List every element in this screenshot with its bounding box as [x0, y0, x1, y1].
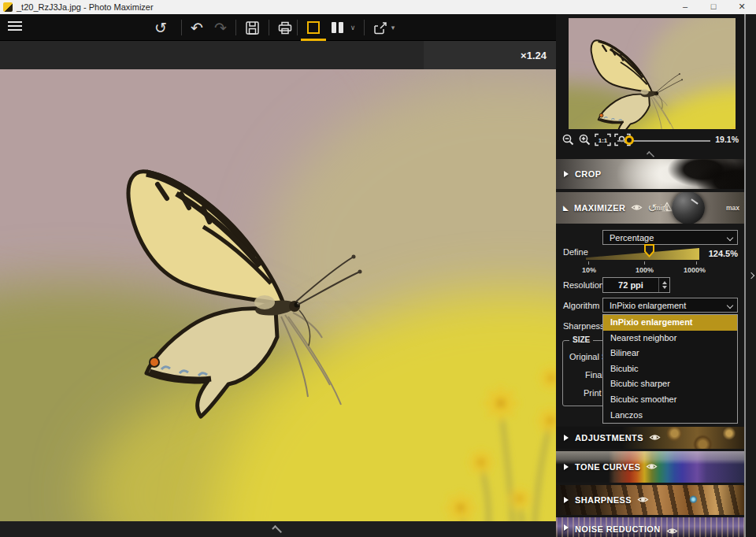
chevron-right-icon: [747, 272, 754, 279]
active-view-underline: [301, 39, 326, 41]
resolution-spinner[interactable]: 72 ppi: [602, 277, 670, 293]
dropdown-option-bicubic-smoother[interactable]: Bicubic smoother: [603, 392, 737, 408]
compare-view-icon[interactable]: [326, 17, 348, 38]
panel-sharpness[interactable]: SHARPNESS: [556, 485, 744, 515]
dropdown-option-bilinear[interactable]: Bilinear: [603, 346, 737, 361]
panel-maximizer-label: MAXIMIZER: [574, 203, 625, 213]
right-sidebar: 1:1 19.1% CROP ◣ MAXIMIZER: [556, 14, 756, 537]
zoom-in-icon[interactable]: [578, 133, 591, 150]
spin-down-icon[interactable]: [662, 286, 667, 289]
spin-up-icon[interactable]: [662, 281, 667, 284]
define-slider-track[interactable]: [586, 248, 699, 260]
chevron-up-icon: [272, 525, 282, 535]
revert-icon[interactable]: ↺: [150, 17, 172, 38]
panel-crop-label: CROP: [575, 169, 601, 179]
single-view-icon[interactable]: [302, 17, 324, 38]
size-group-label: SIZE: [569, 335, 593, 344]
preview-eye-icon[interactable]: [666, 524, 678, 537]
app-icon: [3, 2, 13, 12]
sidebar-collapse-strip[interactable]: [744, 14, 756, 537]
algorithm-label: Algorithm: [563, 301, 599, 310]
chevron-right-icon: [564, 524, 569, 531]
dropdown-option-lanczos[interactable]: Lanczos: [603, 408, 737, 424]
chevron-right-icon: [564, 497, 569, 503]
title-bar: _t20_RzJ3Ja.jpg - Photo Maximizer – □ ✕: [0, 0, 756, 14]
algorithm-select[interactable]: InPixio enlargement: [602, 298, 738, 313]
thumbnail-photo: [569, 18, 736, 129]
toolbar: ↺ ↶ ↷ ∨: [0, 14, 556, 41]
redo-icon[interactable]: ↷: [209, 17, 232, 38]
dropdown-option-bicubic[interactable]: Bicubic: [603, 361, 737, 377]
navigator-zoom-slider-handle[interactable]: [624, 135, 634, 145]
chevron-right-icon: [564, 464, 569, 470]
dropdown-option-bicubic-sharper[interactable]: Bicubic sharper: [603, 376, 737, 392]
chevron-right-icon: [564, 171, 569, 177]
preview-eye-icon[interactable]: [646, 460, 658, 474]
menu-icon[interactable]: [8, 21, 22, 33]
navigator-zoom-percent: 19.1%: [715, 135, 739, 144]
save-icon[interactable]: [241, 17, 263, 38]
panel-sharpness-label: SHARPNESS: [575, 495, 632, 505]
compare-chevron-icon[interactable]: ∨: [346, 17, 359, 38]
chevron-up-icon: [646, 151, 654, 159]
share-icon[interactable]: ▾: [370, 17, 397, 38]
panel-adjustments-label: ADJUSTMENTS: [575, 433, 643, 443]
navigator-zoom-bar: 1:1 19.1%: [556, 131, 744, 150]
panel-maximizer[interactable]: ◣ MAXIMIZER ↺ min max: [556, 192, 744, 224]
canvas-header: ×1.24: [0, 41, 556, 69]
algorithm-select-value: InPixio enlargement: [610, 301, 686, 310]
preview-eye-icon[interactable]: [631, 201, 643, 215]
preview-eye-icon[interactable]: [637, 493, 649, 507]
resolution-value: 72 ppi: [603, 278, 658, 292]
print-icon[interactable]: [274, 17, 296, 38]
preview-eye-icon[interactable]: [649, 431, 661, 445]
dropdown-option-inpixio[interactable]: InPixio enlargement: [603, 315, 737, 331]
actual-size-icon[interactable]: 1:1: [595, 133, 611, 150]
minimize-button[interactable]: –: [671, 0, 699, 14]
resolution-label: Resolution: [563, 280, 604, 290]
panel-noise-reduction-label: NOISE REDUCTION: [575, 524, 661, 534]
undo-icon[interactable]: ↶: [186, 17, 208, 38]
define-tick-1000: 1000%: [684, 266, 706, 274]
chevron-right-icon: [564, 435, 569, 441]
butterfly-photo: [0, 69, 556, 521]
define-tick-100: 100%: [636, 266, 654, 274]
knob-min-label: min: [654, 204, 666, 212]
close-button[interactable]: ✕: [728, 0, 756, 14]
size-row-final: Final: [585, 370, 604, 380]
panel-adjustments[interactable]: ADJUSTMENTS: [556, 427, 744, 449]
photo-canvas[interactable]: [0, 69, 556, 521]
panel-tone-curves[interactable]: TONE CURVES: [556, 451, 744, 483]
maximizer-knob[interactable]: [672, 192, 705, 224]
svg-text:1:1: 1:1: [598, 137, 608, 144]
size-row-print: Print: [584, 388, 602, 398]
sharpness-label: Sharpness: [563, 321, 605, 331]
zoom-factor-value: ×1.24: [521, 50, 547, 61]
editor-area: ↺ ↶ ↷ ∨: [0, 14, 556, 537]
dropdown-option-nearest[interactable]: Nearest neighbor: [603, 331, 737, 346]
triangle-open-icon: ◣: [563, 204, 569, 212]
filmstrip-collapse-bar[interactable]: [0, 521, 556, 537]
maximize-button[interactable]: □: [699, 0, 728, 14]
navigator-thumbnail[interactable]: [569, 18, 736, 129]
chevron-down-icon: [727, 235, 733, 241]
knob-max-label: max: [726, 204, 739, 212]
define-tick-10: 10%: [582, 266, 596, 274]
define-value: 124.5%: [709, 249, 738, 258]
define-label: Define: [563, 247, 588, 257]
chevron-down-icon: [727, 302, 733, 309]
spinner-arrows[interactable]: [658, 278, 669, 292]
algorithm-dropdown: InPixio enlargement Nearest neighbor Bil…: [602, 314, 738, 424]
panel-crop[interactable]: CROP: [556, 159, 744, 189]
panel-noise-reduction[interactable]: NOISE REDUCTION: [556, 517, 744, 537]
panel-tone-curves-label: TONE CURVES: [575, 462, 640, 472]
unit-select-value: Percentage: [610, 233, 654, 243]
zoom-factor-box: ×1.24: [424, 41, 556, 69]
window-title: _t20_RzJ3Ja.jpg - Photo Maximizer: [17, 0, 154, 14]
zoom-out-icon[interactable]: [561, 133, 575, 150]
maximizer-body: Percentage Define 124.5% 10% 100% 1000% …: [556, 224, 744, 426]
unit-select[interactable]: Percentage: [602, 230, 738, 245]
